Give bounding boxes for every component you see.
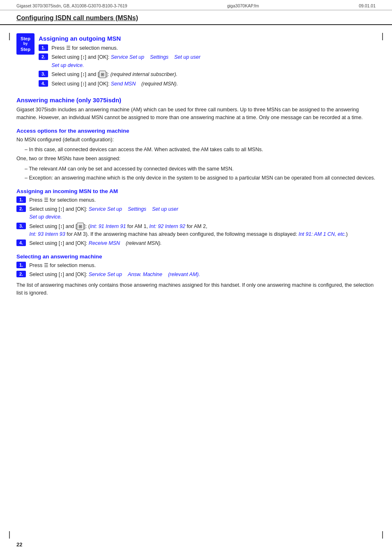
page-title-section: Configuring ISDN call numbers (MSNs) — [0, 10, 392, 25]
page-footer: 22 — [16, 541, 376, 548]
link-set-up-user: Set up user — [174, 54, 201, 60]
link-set-up-user2: Set up user — [152, 206, 178, 212]
step3-num: 3. — [39, 71, 48, 77]
sub2-step2-text: Select using [↕] and [OK]: Service Set u… — [29, 205, 376, 221]
sub2-step4-num: 4. — [16, 240, 26, 246]
subsection3-heading: Selecting an answering machine — [16, 253, 376, 260]
sub3-body: The list of answering machines only cont… — [16, 281, 376, 297]
link-service-set-up3: Service Set up — [89, 272, 122, 277]
sub3-step2-line: 2. Select using [↕] and [OK]: Service Se… — [16, 271, 376, 279]
section-outgoing-msn: Step by Step Assigning an outgoing MSN 1… — [16, 33, 376, 89]
link-settings: Settings — [150, 54, 168, 60]
key-icon2: ⊞ — [77, 223, 84, 230]
step4-text: Select using [↕] and [OK]: Send MSN (req… — [51, 80, 376, 88]
sub2-step3-num: 3. — [16, 223, 26, 229]
link-set-up-device: Set up device. — [51, 62, 84, 68]
link-relevant-am: (relevant AM). — [168, 272, 200, 277]
sub2-step1-text: Press ☰ for selection menus. — [29, 196, 376, 204]
link-answ-machine: Answ. Machine — [128, 272, 162, 277]
link-service-set-up2: Service Set up — [89, 206, 122, 212]
step1-line: 1. Press ☰ for selection menus. — [39, 44, 376, 52]
step2-text: Select using [↕] and [OK]: Service Set u… — [51, 53, 376, 69]
no-msn-label: No MSN configured (default configuration… — [16, 136, 376, 144]
bullet3: – Exception: an answering machine which … — [25, 174, 376, 182]
sub2-step3-line: 3. Select using [↕] and [⊞]: (Int: 91 In… — [16, 223, 376, 239]
arrow-icon5: ↕ — [60, 223, 62, 229]
step3-line: 3. Select using [↕] and [⊞]: (required i… — [39, 71, 376, 78]
link-send-msn: Send MSN — [111, 81, 136, 87]
right-margin-marker — [382, 33, 383, 539]
page-header: Gigaset 3070/3075isdn, GB, A31008-G3070-… — [0, 0, 392, 10]
sub2-step3-text: Select using [↕] and [⊞]: (Int: 91 Inter… — [29, 223, 376, 239]
arrow-icon6: ↕ — [60, 240, 62, 246]
subsection1-heading: Access options for the answering machine — [16, 128, 376, 134]
subsection-selecting-am: Selecting an answering machine 1. Press … — [16, 253, 376, 297]
menu-icon2: ☰ — [44, 197, 48, 203]
section-answering-machine: Answering machine (only 3075isdn) Gigase… — [16, 97, 376, 297]
menu-icon: ☰ — [66, 45, 71, 51]
sub3-step1-num: 1. — [16, 262, 26, 268]
arrow-icon7: ↕ — [60, 272, 62, 277]
step3-text: Select using [↕] and [⊞]: (required inte… — [51, 71, 376, 78]
section1-heading: Assigning an outgoing MSN — [39, 35, 376, 42]
link-int91: Int: 91 Intern 91 — [90, 223, 126, 229]
step2-num: 2. — [39, 53, 48, 60]
link-set-up-device2: Set up device. — [29, 214, 62, 220]
subsection2-heading: Assigning an incoming MSN to the AM — [16, 188, 376, 194]
sub2-step2-line: 2. Select using [↕] and [OK]: Service Se… — [16, 205, 376, 221]
link-settings2: Settings — [128, 206, 146, 212]
sub2-step2-num: 2. — [16, 205, 26, 212]
link-int92: Int: 92 Intern 92 — [149, 223, 185, 229]
step-by-step-badge: Step by Step — [16, 33, 35, 55]
subsection-incoming-msn: Assigning an incoming MSN to the AM 1. P… — [16, 188, 376, 248]
step-badge-col: Step by Step — [16, 33, 35, 55]
link-service-set-up: Service Set up — [111, 54, 144, 60]
subsection-access-options: Access options for the answering machine… — [16, 128, 376, 182]
section2-body: Gigaset 3075isdn includes an answering m… — [16, 106, 376, 122]
arrow-icon3: ↕ — [82, 81, 85, 87]
arrow-icon: ↕ — [82, 54, 85, 60]
sub2-step1-line: 1. Press ☰ for selection menus. — [16, 196, 376, 204]
step2-line: 2. Select using [↕] and [OK]: Service Se… — [39, 53, 376, 69]
section1-content: Assigning an outgoing MSN 1. Press ☰ for… — [39, 33, 376, 89]
header-left: Gigaset 3070/3075isdn, GB, A31008-G3070-… — [16, 3, 127, 8]
main-content: Step by Step Assigning an outgoing MSN 1… — [0, 33, 392, 321]
page-title: Configuring ISDN call numbers (MSNs) — [16, 14, 138, 21]
key-icon: ⊞ — [99, 71, 106, 78]
step1-num: 1. — [39, 44, 48, 51]
link-receive-msn: Receive MSN — [89, 240, 120, 246]
sub2-step1-num: 1. — [16, 196, 26, 203]
sub2-step4-line: 4. Select using [↕] and [OK]: Receive MS… — [16, 240, 376, 247]
left-margin-marker — [9, 33, 10, 539]
link-int91-am1: Int 91: AM 1 CN, etc. — [298, 231, 346, 237]
one-msn-label: One, two or three MSNs have been assigne… — [16, 155, 376, 163]
page: Gigaset 3070/3075isdn, GB, A31008-G3070-… — [0, 0, 392, 555]
bullet2: – The relevant AM can only be set and ac… — [25, 165, 376, 173]
page-number: 22 — [16, 541, 22, 548]
header-center: giga3070KAP.fm — [227, 3, 259, 8]
arrow-icon4: ↕ — [60, 206, 62, 212]
menu-icon3: ☰ — [44, 263, 48, 268]
sub3-step2-text: Select using [↕] and [OK]: Service Set u… — [29, 271, 376, 279]
section2-heading: Answering machine (only 3075isdn) — [16, 97, 376, 104]
sub3-step1-line: 1. Press ☰ for selection menus. — [16, 262, 376, 269]
link-int93: Int: 93 Intern 93 — [29, 231, 65, 237]
step4-line: 4. Select using [↕] and [OK]: Send MSN (… — [39, 80, 376, 88]
sub3-step2-num: 2. — [16, 271, 26, 277]
bullet1: – In this case, all connected devices ca… — [25, 146, 376, 154]
step4-num: 4. — [39, 80, 48, 87]
step1-text: Press ☰ for selection menus. — [51, 44, 376, 52]
sub2-step4-text: Select using [↕] and [OK]: Receive MSN (… — [29, 240, 376, 247]
sub3-step1-text: Press ☰ for selection menus. — [29, 262, 376, 269]
arrow-icon2: ↕ — [82, 71, 85, 77]
header-right: 09.01.01 — [359, 3, 376, 8]
